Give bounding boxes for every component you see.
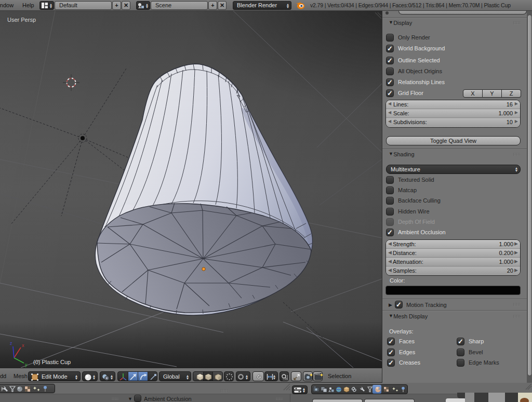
svg-text:z: z [10, 341, 12, 346]
svg-text:x: x [22, 343, 24, 348]
svg-text:y: y [25, 362, 28, 367]
